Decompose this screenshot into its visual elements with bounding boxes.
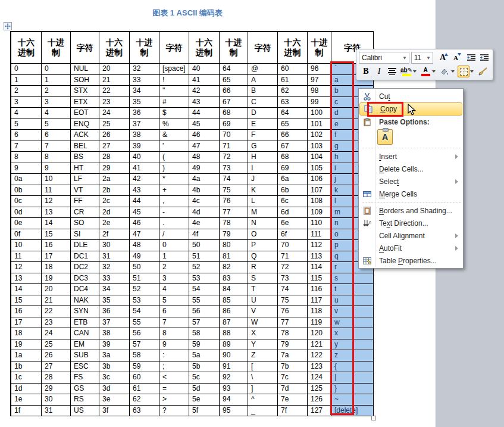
table-cell[interactable]: 39 xyxy=(130,141,159,152)
table-cell[interactable]: 77 xyxy=(278,317,308,329)
table-cell[interactable]: C xyxy=(248,97,278,108)
table-cell[interactable]: Q xyxy=(248,251,278,263)
menu-item-borders-and-shading[interactable]: Borders and Shading... xyxy=(359,204,463,217)
table-cell[interactable]: y xyxy=(331,339,374,351)
table-cell[interactable]: 2b xyxy=(99,185,130,197)
table-cell[interactable]: ] xyxy=(248,384,278,395)
table-cell[interactable]: 7 xyxy=(42,141,71,152)
table-cell[interactable]: NAK xyxy=(71,295,99,307)
table-cell[interactable]: 36 xyxy=(99,306,130,317)
table-cell[interactable]: US xyxy=(71,406,99,417)
table-cell[interactable]: DLE xyxy=(71,240,99,251)
table-cell[interactable]: ACK xyxy=(71,130,99,141)
table-cell[interactable]: ; xyxy=(159,361,189,373)
table-cell[interactable]: 60 xyxy=(278,64,308,75)
table-cell[interactable]: 45 xyxy=(130,207,159,219)
table-cell[interactable]: 11 xyxy=(11,251,42,263)
table-cell[interactable]: 76 xyxy=(278,306,308,317)
table-cell[interactable]: 20 xyxy=(99,64,130,75)
table-cell[interactable]: FF xyxy=(71,196,99,207)
table-cell[interactable]: A xyxy=(248,75,278,86)
table-cell[interactable]: 17 xyxy=(11,317,42,329)
table-cell[interactable]: 61 xyxy=(130,384,159,395)
table-cell[interactable]: 73 xyxy=(220,163,248,174)
table-cell[interactable]: R xyxy=(248,262,278,273)
table-cell[interactable]: 62 xyxy=(278,86,308,97)
table-cell[interactable]: 66 xyxy=(278,130,308,141)
table-cell[interactable]: 5f xyxy=(189,406,220,417)
table-cell[interactable]: DC4 xyxy=(71,284,99,295)
table-cell[interactable]: 50 xyxy=(189,240,220,251)
table-cell[interactable]: 68 xyxy=(278,152,308,163)
table-cell[interactable]: ? xyxy=(159,406,189,417)
table-cell[interactable]: | xyxy=(331,372,374,384)
table-cell[interactable]: 4d xyxy=(189,207,220,219)
table-cell[interactable]: 3 xyxy=(42,97,71,108)
table-cell[interactable]: ETX xyxy=(71,97,99,108)
table-cell[interactable]: 97 xyxy=(308,75,331,86)
table-cell[interactable]: - xyxy=(159,207,189,219)
table-cell[interactable]: 24 xyxy=(99,108,130,119)
table-cell[interactable]: 51 xyxy=(130,273,159,285)
table-move-handle-icon[interactable] xyxy=(4,22,12,30)
table-cell[interactable]: 7c xyxy=(278,372,308,384)
table-cell[interactable]: G xyxy=(248,141,278,152)
table-cell[interactable]: 43 xyxy=(189,97,220,108)
shrink-font-button[interactable]: A xyxy=(450,52,462,64)
table-cell[interactable]: [ xyxy=(248,361,278,373)
table-cell[interactable]: 52 xyxy=(130,284,159,295)
table-cell[interactable]: 55 xyxy=(189,295,220,307)
table-cell[interactable]: 8 xyxy=(159,328,189,339)
table-cell[interactable]: 5d xyxy=(189,384,220,395)
table-cell[interactable]: 25 xyxy=(42,339,71,351)
table-cell[interactable]: ETB xyxy=(71,317,99,329)
table-cell[interactable]: 50 xyxy=(130,262,159,273)
table-cell[interactable]: 67 xyxy=(220,97,248,108)
table-cell[interactable]: 69 xyxy=(220,119,248,130)
table-cell[interactable]: 125 xyxy=(308,384,331,395)
table-cell[interactable]: 108 xyxy=(308,196,331,207)
menu-item-table-properties[interactable]: Table Properties... xyxy=(359,254,463,267)
table-cell[interactable]: 104 xyxy=(308,152,331,163)
table-cell[interactable]: 15 xyxy=(42,229,71,241)
table-cell[interactable]: + xyxy=(159,185,189,197)
table-cell[interactable]: 11 xyxy=(42,185,71,197)
table-header-cell[interactable]: 十进制 xyxy=(308,32,331,64)
table-cell[interactable]: P xyxy=(248,240,278,251)
table-cell[interactable]: 5b xyxy=(189,361,220,373)
table-cell[interactable]: 49 xyxy=(189,163,220,174)
table-cell[interactable]: 48 xyxy=(189,152,220,163)
table-cell[interactable]: 31 xyxy=(42,406,71,417)
table-cell[interactable]: 110 xyxy=(308,218,331,229)
menu-item-cut[interactable]: Cut xyxy=(359,90,463,102)
table-cell[interactable]: SOH xyxy=(71,75,99,86)
table-cell[interactable]: 99 xyxy=(308,97,331,108)
table-cell[interactable]: 81 xyxy=(220,251,248,263)
table-cell[interactable]: 19 xyxy=(11,339,42,351)
table-cell[interactable]: 2a xyxy=(99,174,130,185)
table-cell[interactable]: 119 xyxy=(308,317,331,329)
table-cell[interactable]: 6 xyxy=(11,130,42,141)
table-cell[interactable]: 84 xyxy=(220,284,248,295)
table-header-cell[interactable]: 十六进制 xyxy=(189,32,220,64)
table-cell[interactable]: 29 xyxy=(42,384,71,395)
table-cell[interactable]: 23 xyxy=(42,317,71,329)
table-cell[interactable]: 30 xyxy=(99,240,130,251)
table-cell[interactable]: 107 xyxy=(308,185,331,197)
table-cell[interactable]: 96 xyxy=(308,64,331,75)
table-cell[interactable]: 6 xyxy=(42,130,71,141)
table-cell[interactable]: 36 xyxy=(130,108,159,119)
table-cell[interactable]: x xyxy=(331,328,374,339)
table-header-cell[interactable]: 十六进制 xyxy=(11,32,42,64)
table-cell[interactable]: 4e xyxy=(189,218,220,229)
table-cell[interactable]: % xyxy=(159,119,189,130)
table-cell[interactable]: 6e xyxy=(278,218,308,229)
table-cell[interactable]: 63 xyxy=(130,406,159,417)
table-cell[interactable]: 4 xyxy=(159,284,189,295)
table-cell[interactable]: 0 xyxy=(42,64,71,75)
table-cell[interactable]: 73 xyxy=(278,273,308,285)
table-cell[interactable]: 0c xyxy=(11,196,42,207)
table-cell[interactable]: 74 xyxy=(278,284,308,295)
table-cell[interactable]: 0 xyxy=(11,64,42,75)
table-cell[interactable]: 23 xyxy=(99,97,130,108)
